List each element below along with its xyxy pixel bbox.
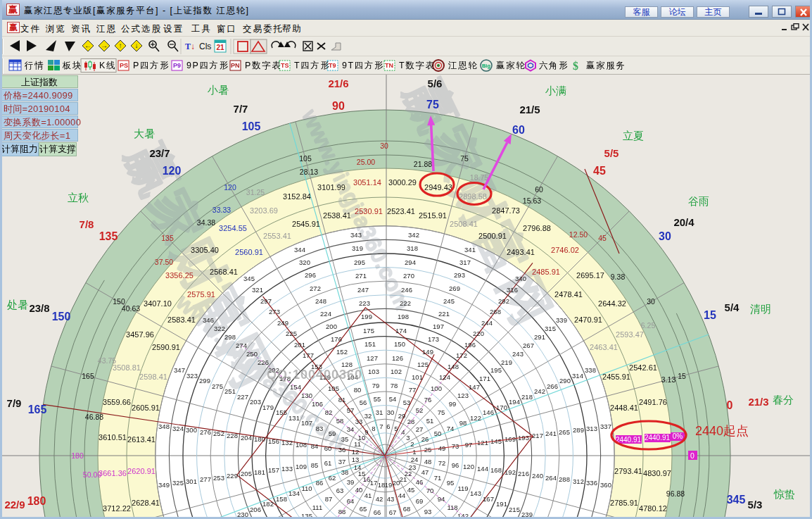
svg-text:121: 121 <box>477 439 488 446</box>
svg-text:82: 82 <box>325 408 333 416</box>
svg-text:25: 25 <box>424 446 432 454</box>
svg-text:312: 312 <box>573 477 584 485</box>
svg-text:24: 24 <box>411 456 419 463</box>
svg-text:3.13: 3.13 <box>661 375 676 384</box>
svg-text:130: 130 <box>301 392 312 399</box>
svg-text:28: 28 <box>407 418 415 425</box>
svg-text:88: 88 <box>338 508 346 515</box>
svg-text:340: 340 <box>515 275 526 282</box>
svg-text:102: 102 <box>391 368 402 375</box>
svg-text:315: 315 <box>545 325 556 332</box>
svg-text:2590.91: 2590.91 <box>152 343 180 351</box>
svg-text:3356.25: 3356.25 <box>165 271 194 280</box>
svg-text:57: 57 <box>347 406 355 414</box>
svg-text:292: 292 <box>498 297 509 305</box>
svg-text:110: 110 <box>301 484 312 492</box>
svg-text:289: 289 <box>573 426 584 434</box>
svg-text:95: 95 <box>447 479 455 487</box>
svg-text:337: 337 <box>600 423 611 430</box>
svg-text:313: 313 <box>586 425 597 432</box>
svg-text:33.33: 33.33 <box>212 206 231 214</box>
svg-text:318: 318 <box>407 244 418 252</box>
svg-text:2545.91: 2545.91 <box>292 220 320 228</box>
svg-text:惊蛰: 惊蛰 <box>773 488 795 500</box>
svg-text:181: 181 <box>254 468 265 476</box>
svg-text:151: 151 <box>364 340 376 348</box>
svg-text:55: 55 <box>374 395 381 403</box>
svg-text:35: 35 <box>341 435 349 443</box>
svg-text:21/5: 21/5 <box>519 104 540 115</box>
svg-text:3101.99: 3101.99 <box>317 183 345 192</box>
svg-text:149: 149 <box>422 348 433 356</box>
svg-text:180: 180 <box>71 451 84 460</box>
svg-text:321: 321 <box>252 286 263 294</box>
svg-text:68: 68 <box>403 505 411 513</box>
svg-text:2583.41: 2583.41 <box>167 315 196 324</box>
svg-text:42: 42 <box>376 495 383 503</box>
svg-text:28.13: 28.13 <box>300 168 318 176</box>
svg-text:322: 322 <box>214 325 225 332</box>
svg-text:2530.91: 2530.91 <box>355 207 383 215</box>
svg-text:87: 87 <box>325 495 333 503</box>
svg-text:241: 241 <box>545 430 557 437</box>
svg-text:120: 120 <box>463 463 474 470</box>
svg-text:8: 8 <box>372 425 375 432</box>
svg-text:219: 219 <box>501 358 512 366</box>
svg-text:96: 96 <box>452 461 459 469</box>
svg-text:105: 105 <box>328 384 339 392</box>
svg-text:242: 242 <box>534 387 545 395</box>
svg-text:34.38: 34.38 <box>197 218 215 227</box>
svg-text:135: 135 <box>161 234 174 242</box>
svg-text:50.00: 50.00 <box>83 470 101 479</box>
svg-text:272: 272 <box>310 284 321 292</box>
svg-text:205: 205 <box>241 470 252 477</box>
svg-text:123: 123 <box>457 392 469 399</box>
svg-text:120: 120 <box>163 165 182 177</box>
svg-text:2949.43: 2949.43 <box>424 183 452 192</box>
svg-text:175: 175 <box>363 327 374 334</box>
svg-text:21/3: 21/3 <box>748 396 768 408</box>
svg-text:2478.41: 2478.41 <box>554 290 583 299</box>
svg-text:7: 7 <box>379 423 383 430</box>
svg-text:273: 273 <box>269 308 280 315</box>
svg-text:3254.55: 3254.55 <box>219 224 247 232</box>
svg-text:215: 215 <box>509 506 520 513</box>
svg-text:338: 338 <box>585 366 596 374</box>
svg-text:122: 122 <box>470 414 481 422</box>
svg-text:276: 276 <box>200 428 211 436</box>
svg-text:106: 106 <box>312 400 323 408</box>
svg-text:40: 40 <box>355 486 363 494</box>
svg-text:291: 291 <box>534 333 545 341</box>
svg-text:47: 47 <box>421 468 429 476</box>
svg-text:120: 120 <box>224 183 236 192</box>
svg-text:85: 85 <box>311 461 319 469</box>
svg-text:60: 60 <box>512 124 525 136</box>
svg-text:2485.91: 2485.91 <box>532 268 560 276</box>
svg-text:90: 90 <box>332 100 345 112</box>
svg-text:150: 150 <box>113 297 125 306</box>
svg-text:221: 221 <box>438 310 450 318</box>
svg-text:158: 158 <box>276 495 287 503</box>
svg-text:谷雨: 谷雨 <box>688 195 709 207</box>
svg-text:3661.36: 3661.36 <box>99 469 127 477</box>
svg-text:180: 180 <box>27 495 46 507</box>
svg-text:18: 18 <box>378 481 386 489</box>
svg-text:145: 145 <box>490 437 502 445</box>
svg-text:296: 296 <box>305 271 316 279</box>
svg-text:15: 15 <box>704 309 716 321</box>
svg-text:49: 49 <box>438 444 446 452</box>
svg-text:200: 200 <box>326 323 337 330</box>
svg-text:69: 69 <box>416 497 424 505</box>
svg-text:125: 125 <box>417 361 429 368</box>
svg-text:316: 316 <box>507 286 518 294</box>
svg-text:124: 124 <box>439 373 450 381</box>
svg-text:50: 50 <box>434 430 442 437</box>
svg-text:252: 252 <box>213 430 224 437</box>
svg-text:105: 105 <box>299 154 312 163</box>
svg-text:2598.41: 2598.41 <box>139 373 167 381</box>
svg-text:154: 154 <box>290 383 301 391</box>
svg-text:41: 41 <box>364 492 372 499</box>
svg-text:101: 101 <box>412 373 423 381</box>
svg-text:2605.91: 2605.91 <box>132 404 160 412</box>
svg-text:79: 79 <box>372 382 380 389</box>
